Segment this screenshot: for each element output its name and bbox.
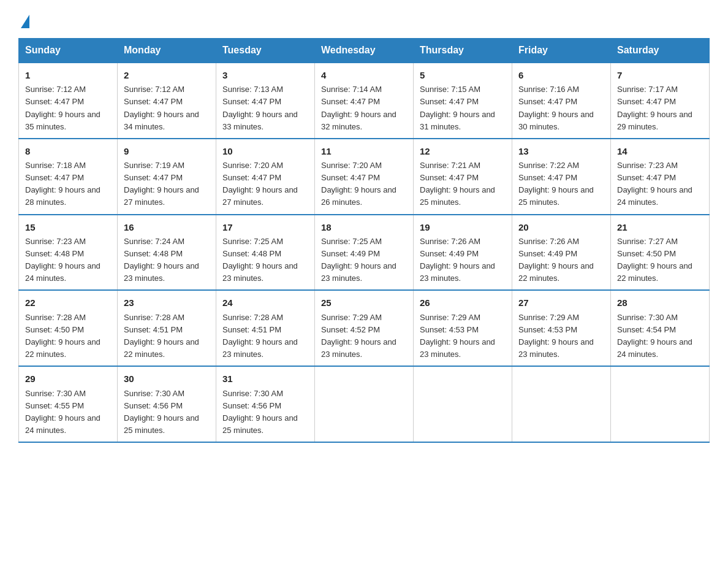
day-number: 9 (124, 144, 210, 158)
day-cell (512, 366, 611, 442)
day-number: 5 (420, 68, 506, 82)
day-info: Sunrise: 7:23 AMSunset: 4:47 PMDaylight:… (617, 159, 703, 209)
day-info: Sunrise: 7:29 AMSunset: 4:53 PMDaylight:… (420, 312, 506, 361)
day-cell: 3Sunrise: 7:13 AMSunset: 4:47 PMDaylight… (216, 63, 315, 139)
day-info: Sunrise: 7:25 AMSunset: 4:48 PMDaylight:… (222, 236, 308, 285)
day-info: Sunrise: 7:17 AMSunset: 4:47 PMDaylight:… (617, 83, 703, 133)
day-number: 25 (321, 296, 407, 310)
day-number: 29 (25, 372, 111, 386)
day-cell: 31Sunrise: 7:30 AMSunset: 4:56 PMDayligh… (216, 366, 315, 442)
day-info: Sunrise: 7:14 AMSunset: 4:47 PMDaylight:… (321, 83, 407, 133)
day-cell: 9Sunrise: 7:19 AMSunset: 4:47 PMDaylight… (118, 139, 216, 215)
day-info: Sunrise: 7:12 AMSunset: 4:47 PMDaylight:… (25, 83, 111, 133)
day-info: Sunrise: 7:15 AMSunset: 4:47 PMDaylight:… (420, 83, 506, 133)
day-number: 7 (617, 68, 703, 82)
day-number: 10 (222, 144, 308, 158)
day-number: 28 (617, 296, 703, 310)
header-cell-friday: Friday (512, 39, 611, 63)
day-info: Sunrise: 7:24 AMSunset: 4:48 PMDaylight:… (124, 236, 210, 285)
day-info: Sunrise: 7:26 AMSunset: 4:49 PMDaylight:… (518, 236, 604, 285)
logo (18, 12, 29, 26)
day-cell: 26Sunrise: 7:29 AMSunset: 4:53 PMDayligh… (414, 290, 512, 366)
header-cell-monday: Monday (118, 39, 216, 63)
day-cell (611, 366, 710, 442)
day-number: 31 (222, 372, 308, 386)
day-cell: 24Sunrise: 7:28 AMSunset: 4:51 PMDayligh… (216, 290, 315, 366)
day-info: Sunrise: 7:30 AMSunset: 4:56 PMDaylight:… (124, 388, 210, 437)
day-cell: 23Sunrise: 7:28 AMSunset: 4:51 PMDayligh… (118, 290, 216, 366)
day-number: 19 (420, 220, 506, 234)
day-number: 8 (25, 144, 111, 158)
day-cell: 11Sunrise: 7:20 AMSunset: 4:47 PMDayligh… (315, 139, 414, 215)
day-info: Sunrise: 7:25 AMSunset: 4:49 PMDaylight:… (321, 236, 407, 285)
day-number: 30 (124, 372, 210, 386)
day-cell: 16Sunrise: 7:24 AMSunset: 4:48 PMDayligh… (118, 215, 216, 291)
day-info: Sunrise: 7:29 AMSunset: 4:53 PMDaylight:… (518, 312, 604, 361)
day-cell: 25Sunrise: 7:29 AMSunset: 4:52 PMDayligh… (315, 290, 414, 366)
day-number: 1 (25, 68, 111, 82)
day-cell: 6Sunrise: 7:16 AMSunset: 4:47 PMDaylight… (512, 63, 611, 139)
day-cell: 12Sunrise: 7:21 AMSunset: 4:47 PMDayligh… (414, 139, 512, 215)
day-info: Sunrise: 7:22 AMSunset: 4:47 PMDaylight:… (518, 159, 604, 209)
day-cell (414, 366, 512, 442)
day-number: 13 (518, 144, 604, 158)
header-cell-saturday: Saturday (611, 39, 710, 63)
day-cell: 18Sunrise: 7:25 AMSunset: 4:49 PMDayligh… (315, 215, 414, 291)
day-info: Sunrise: 7:30 AMSunset: 4:54 PMDaylight:… (617, 312, 703, 361)
day-cell: 13Sunrise: 7:22 AMSunset: 4:47 PMDayligh… (512, 139, 611, 215)
header-cell-sunday: Sunday (19, 39, 118, 63)
calendar-table: SundayMondayTuesdayWednesdayThursdayFrid… (18, 38, 710, 443)
day-cell: 4Sunrise: 7:14 AMSunset: 4:47 PMDaylight… (315, 63, 414, 139)
day-number: 14 (617, 144, 703, 158)
week-row-5: 29Sunrise: 7:30 AMSunset: 4:55 PMDayligh… (19, 366, 710, 442)
day-number: 4 (321, 68, 407, 82)
day-cell: 15Sunrise: 7:23 AMSunset: 4:48 PMDayligh… (19, 215, 118, 291)
day-info: Sunrise: 7:27 AMSunset: 4:50 PMDaylight:… (617, 236, 703, 285)
day-number: 23 (124, 296, 210, 310)
day-cell: 22Sunrise: 7:28 AMSunset: 4:50 PMDayligh… (19, 290, 118, 366)
day-cell: 5Sunrise: 7:15 AMSunset: 4:47 PMDaylight… (414, 63, 512, 139)
day-number: 11 (321, 144, 407, 158)
header-cell-wednesday: Wednesday (315, 39, 414, 63)
day-info: Sunrise: 7:21 AMSunset: 4:47 PMDaylight:… (420, 159, 506, 209)
week-row-4: 22Sunrise: 7:28 AMSunset: 4:50 PMDayligh… (19, 290, 710, 366)
day-cell: 28Sunrise: 7:30 AMSunset: 4:54 PMDayligh… (611, 290, 710, 366)
day-cell: 21Sunrise: 7:27 AMSunset: 4:50 PMDayligh… (611, 215, 710, 291)
day-info: Sunrise: 7:18 AMSunset: 4:47 PMDaylight:… (25, 159, 111, 209)
day-cell: 14Sunrise: 7:23 AMSunset: 4:47 PMDayligh… (611, 139, 710, 215)
day-cell: 2Sunrise: 7:12 AMSunset: 4:47 PMDaylight… (118, 63, 216, 139)
header-cell-tuesday: Tuesday (216, 39, 315, 63)
day-cell: 7Sunrise: 7:17 AMSunset: 4:47 PMDaylight… (611, 63, 710, 139)
header-cell-thursday: Thursday (414, 39, 512, 63)
day-number: 18 (321, 220, 407, 234)
header-row: SundayMondayTuesdayWednesdayThursdayFrid… (19, 39, 710, 63)
day-info: Sunrise: 7:19 AMSunset: 4:47 PMDaylight:… (124, 159, 210, 209)
day-info: Sunrise: 7:29 AMSunset: 4:52 PMDaylight:… (321, 312, 407, 361)
page-header (18, 12, 710, 26)
day-number: 3 (222, 68, 308, 82)
day-cell: 10Sunrise: 7:20 AMSunset: 4:47 PMDayligh… (216, 139, 315, 215)
day-number: 17 (222, 220, 308, 234)
day-info: Sunrise: 7:30 AMSunset: 4:55 PMDaylight:… (25, 388, 111, 437)
day-info: Sunrise: 7:28 AMSunset: 4:50 PMDaylight:… (25, 312, 111, 361)
day-number: 21 (617, 220, 703, 234)
day-cell: 1Sunrise: 7:12 AMSunset: 4:47 PMDaylight… (19, 63, 118, 139)
week-row-2: 8Sunrise: 7:18 AMSunset: 4:47 PMDaylight… (19, 139, 710, 215)
logo-triangle-icon (21, 15, 29, 28)
week-row-3: 15Sunrise: 7:23 AMSunset: 4:48 PMDayligh… (19, 215, 710, 291)
day-number: 2 (124, 68, 210, 82)
week-row-1: 1Sunrise: 7:12 AMSunset: 4:47 PMDaylight… (19, 63, 710, 139)
day-cell: 19Sunrise: 7:26 AMSunset: 4:49 PMDayligh… (414, 215, 512, 291)
day-info: Sunrise: 7:23 AMSunset: 4:48 PMDaylight:… (25, 236, 111, 285)
day-number: 27 (518, 296, 604, 310)
day-number: 12 (420, 144, 506, 158)
day-cell: 30Sunrise: 7:30 AMSunset: 4:56 PMDayligh… (118, 366, 216, 442)
day-number: 6 (518, 68, 604, 82)
day-cell: 20Sunrise: 7:26 AMSunset: 4:49 PMDayligh… (512, 215, 611, 291)
day-number: 15 (25, 220, 111, 234)
day-info: Sunrise: 7:28 AMSunset: 4:51 PMDaylight:… (222, 312, 308, 361)
day-cell: 17Sunrise: 7:25 AMSunset: 4:48 PMDayligh… (216, 215, 315, 291)
day-info: Sunrise: 7:16 AMSunset: 4:47 PMDaylight:… (518, 83, 604, 133)
day-info: Sunrise: 7:30 AMSunset: 4:56 PMDaylight:… (222, 388, 308, 437)
day-info: Sunrise: 7:13 AMSunset: 4:47 PMDaylight:… (222, 83, 308, 133)
